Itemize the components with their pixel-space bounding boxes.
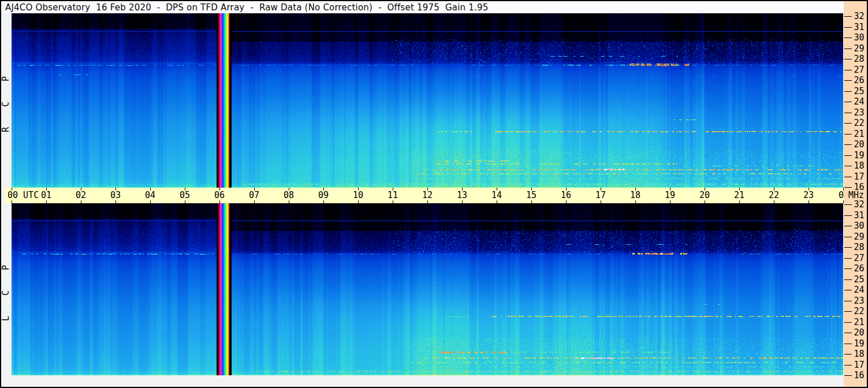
mhz-unit-label: MHz xyxy=(848,191,864,200)
time-tick xyxy=(774,200,774,203)
rcp-panel-label: R C P xyxy=(1,66,11,135)
time-tick-label: 17 xyxy=(589,191,612,200)
freq-tick-label: 18 xyxy=(852,349,866,359)
window-title: AJ4CO Observatory 16 Feb 2020 - DPS on T… xyxy=(5,2,488,13)
freq-tick-label: 20 xyxy=(852,328,866,337)
freq-tick-label: 27 xyxy=(852,65,866,74)
time-tick-label: 19 xyxy=(658,191,681,200)
freq-tick-label: 19 xyxy=(852,339,866,348)
freq-tick xyxy=(844,247,852,248)
freq-tick xyxy=(844,113,852,113)
time-tick xyxy=(601,200,601,203)
freq-tick-label: 17 xyxy=(852,360,866,370)
time-tick xyxy=(809,200,809,203)
freq-tick-label: 17 xyxy=(852,172,866,181)
time-tick-label: 23 xyxy=(797,191,820,200)
freq-tick xyxy=(844,279,852,280)
time-tick xyxy=(462,200,463,203)
freq-tick-label: 26 xyxy=(852,264,866,273)
freq-tick-label: 30 xyxy=(852,221,866,230)
time-tick-label: 12 xyxy=(416,191,439,200)
time-tick-label: 22 xyxy=(762,191,785,200)
time-tick xyxy=(289,200,289,203)
time-tick xyxy=(81,200,81,203)
freq-tick xyxy=(844,166,852,166)
freq-tick-label: 29 xyxy=(852,44,866,53)
freq-tick xyxy=(844,38,852,38)
freq-tick-label: 32 xyxy=(852,12,866,21)
freq-tick xyxy=(844,187,852,188)
freq-tick-label: 30 xyxy=(852,33,866,42)
lcp-spectrogram xyxy=(12,203,843,375)
freq-tick xyxy=(844,177,852,177)
time-tick xyxy=(219,200,220,203)
time-tick-label: 08 xyxy=(277,191,300,200)
time-tick-label: 15 xyxy=(520,191,543,200)
time-tick-label: 20 xyxy=(693,191,716,200)
time-tick xyxy=(46,200,47,203)
freq-tick-label: 31 xyxy=(852,211,866,220)
freq-tick-label: 18 xyxy=(852,161,866,170)
freq-tick-label: 28 xyxy=(852,54,866,64)
time-tick xyxy=(116,200,116,203)
time-tick xyxy=(150,200,151,203)
freq-tick xyxy=(844,237,852,237)
time-tick xyxy=(427,200,428,203)
freq-tick xyxy=(844,204,852,205)
freq-tick-label: 20 xyxy=(852,140,866,149)
freq-tick xyxy=(844,80,852,81)
freq-tick xyxy=(844,59,852,59)
time-axis: 00 UTC0102030405060708091011121314151617… xyxy=(5,188,844,203)
freq-tick xyxy=(844,134,852,135)
freq-tick xyxy=(844,155,852,156)
freq-tick-label: 21 xyxy=(852,318,866,327)
freq-tick xyxy=(844,27,852,28)
title-bar: AJ4CO Observatory 16 Feb 2020 - DPS on T… xyxy=(1,1,844,13)
freq-tick xyxy=(844,375,852,376)
time-tick-label: 11 xyxy=(381,191,404,200)
freq-tick-label: 16 xyxy=(852,371,866,380)
freq-tick xyxy=(844,258,852,259)
time-tick xyxy=(670,200,670,203)
time-tick xyxy=(393,200,393,203)
time-tick-label: 21 xyxy=(728,191,751,200)
freq-tick-label: 23 xyxy=(852,108,866,117)
time-tick xyxy=(323,200,324,203)
freq-tick xyxy=(844,144,852,145)
freq-tick xyxy=(844,301,852,301)
time-tick-label: 04 xyxy=(139,191,162,200)
freq-tick-label: 19 xyxy=(852,151,866,160)
time-tick-label: 03 xyxy=(104,191,127,200)
freq-tick-label: 24 xyxy=(852,285,866,294)
freq-tick xyxy=(844,123,852,124)
freq-tick xyxy=(844,16,852,17)
freq-tick-label: 22 xyxy=(852,307,866,316)
time-tick xyxy=(739,200,740,203)
time-tick-label: 10 xyxy=(347,191,370,200)
freq-tick xyxy=(844,322,852,323)
time-tick-label: 07 xyxy=(243,191,266,200)
freq-tick xyxy=(844,215,852,216)
freq-tick xyxy=(844,365,852,365)
freq-tick-label: 27 xyxy=(852,253,866,263)
time-tick-label: 18 xyxy=(624,191,647,200)
lcp-panel-label: L C P xyxy=(1,255,11,324)
time-tick-label: 16 xyxy=(554,191,578,200)
freq-tick xyxy=(844,290,852,290)
time-tick-label: 13 xyxy=(450,191,474,200)
freq-tick-label: 32 xyxy=(852,200,866,209)
freq-tick xyxy=(844,70,852,70)
freq-tick-label: 31 xyxy=(852,23,866,32)
time-tick-label: 01 xyxy=(35,191,58,200)
time-tick xyxy=(497,200,497,203)
freq-tick-label: 25 xyxy=(852,87,866,96)
freq-tick-label: 29 xyxy=(852,232,866,241)
time-tick xyxy=(358,200,359,203)
time-tick-label: 09 xyxy=(312,191,335,200)
freq-tick xyxy=(844,354,852,355)
freq-tick-label: 28 xyxy=(852,242,866,252)
time-tick xyxy=(531,200,532,203)
freq-tick xyxy=(844,311,852,312)
dps-window: AJ4CO Observatory 16 Feb 2020 - DPS on T… xyxy=(0,0,868,388)
freq-tick xyxy=(844,48,852,49)
